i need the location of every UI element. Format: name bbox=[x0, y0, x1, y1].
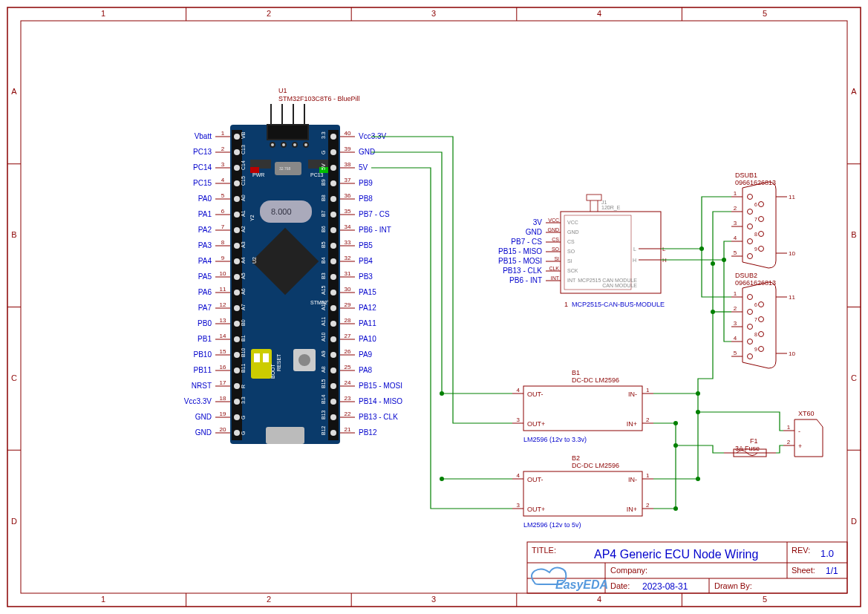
svg-text:3V: 3V bbox=[533, 218, 543, 226]
svg-text:DC-DC LM2596: DC-DC LM2596 bbox=[572, 376, 619, 384]
net-label: PA15 bbox=[359, 288, 376, 296]
svg-text:4: 4 bbox=[221, 177, 225, 183]
svg-point-116 bbox=[330, 196, 336, 202]
svg-point-318 bbox=[748, 354, 753, 359]
svg-text:17: 17 bbox=[220, 379, 226, 386]
svg-text:SCK: SCK bbox=[567, 268, 578, 273]
svg-text:9: 9 bbox=[754, 246, 757, 252]
svg-text:Date:: Date: bbox=[610, 581, 630, 590]
svg-text:GND: GND bbox=[547, 227, 559, 232]
svg-text:2: 2 bbox=[267, 9, 271, 18]
svg-text:3: 3 bbox=[221, 161, 225, 168]
net-label: PB6 - INT bbox=[359, 226, 391, 234]
svg-text:24: 24 bbox=[345, 379, 351, 386]
svg-point-98 bbox=[234, 368, 240, 373]
svg-text:CS: CS bbox=[552, 237, 559, 242]
svg-text:3: 3 bbox=[517, 417, 521, 423]
svg-text:1/1: 1/1 bbox=[826, 566, 838, 576]
svg-point-110 bbox=[330, 149, 336, 155]
net-label: PA2 bbox=[198, 226, 212, 234]
svg-text:B12: B12 bbox=[321, 425, 326, 435]
svg-text:40: 40 bbox=[345, 130, 351, 137]
svg-text:G: G bbox=[241, 416, 246, 419]
svg-text:12: 12 bbox=[220, 301, 226, 308]
svg-point-321 bbox=[759, 317, 764, 322]
svg-point-108 bbox=[330, 134, 336, 140]
svg-text:BOOT: BOOT bbox=[270, 363, 275, 379]
inner-frame bbox=[21, 21, 847, 593]
title-block: TITLE: AP4 Generic ECU Node Wiring REV: … bbox=[527, 542, 847, 593]
net-label: PB11 bbox=[194, 366, 212, 374]
svg-point-82 bbox=[234, 243, 240, 249]
svg-text:IN+: IN+ bbox=[627, 506, 637, 513]
net-label: Vcc3.3V bbox=[184, 397, 212, 405]
svg-text:C14: C14 bbox=[241, 160, 246, 170]
svg-text:8: 8 bbox=[754, 232, 757, 237]
svg-text:IN-: IN- bbox=[628, 476, 637, 483]
svg-text:B10: B10 bbox=[241, 347, 246, 357]
svg-text:19: 19 bbox=[220, 411, 226, 417]
svg-text:B6: B6 bbox=[321, 226, 326, 232]
svg-point-74 bbox=[234, 180, 240, 186]
u1-bluepill: U1 STM32F103C8T6 - BluePill PWR PC13 32.… bbox=[230, 87, 360, 444]
svg-text:11: 11 bbox=[789, 194, 795, 200]
svg-text:A10: A10 bbox=[321, 332, 326, 342]
net-label: PB14 - MISO bbox=[359, 397, 402, 405]
svg-point-294 bbox=[759, 232, 764, 237]
svg-text:DC-DC LM2596: DC-DC LM2596 bbox=[572, 462, 619, 469]
svg-text:16: 16 bbox=[220, 364, 226, 370]
svg-point-292 bbox=[759, 217, 764, 222]
svg-text:35: 35 bbox=[345, 208, 351, 215]
svg-text:4: 4 bbox=[517, 387, 521, 393]
svg-point-126 bbox=[330, 274, 336, 280]
svg-point-86 bbox=[234, 274, 240, 280]
svg-point-296 bbox=[759, 246, 764, 252]
xt60: XT60 1 - 2 + bbox=[783, 410, 823, 457]
svg-point-138 bbox=[330, 368, 336, 373]
svg-text:4: 4 bbox=[734, 335, 737, 342]
svg-point-42 bbox=[293, 143, 297, 147]
svg-text:5: 5 bbox=[763, 595, 767, 604]
svg-text:4: 4 bbox=[734, 235, 737, 241]
svg-text:Sheet:: Sheet: bbox=[792, 566, 815, 575]
svg-text:OUT+: OUT+ bbox=[527, 420, 545, 428]
svg-text:SO: SO bbox=[552, 246, 560, 252]
outer-frame bbox=[7, 7, 861, 607]
svg-text:30: 30 bbox=[345, 286, 351, 293]
svg-text:INT: INT bbox=[567, 278, 576, 283]
svg-text:5: 5 bbox=[734, 249, 737, 256]
svg-point-315 bbox=[748, 339, 753, 344]
fuse-f1: F1 3A Fuse bbox=[724, 437, 776, 457]
svg-text:6: 6 bbox=[221, 208, 225, 215]
net-label: Vbatt bbox=[195, 132, 212, 140]
svg-point-306 bbox=[748, 295, 753, 300]
svg-text:PB13 - CLK: PB13 - CLK bbox=[503, 267, 542, 275]
net-label: PB4 bbox=[359, 257, 373, 265]
svg-point-283 bbox=[748, 224, 753, 229]
net-label: PA6 bbox=[198, 288, 212, 296]
net-label: PB5 bbox=[359, 241, 373, 249]
svg-text:10: 10 bbox=[789, 350, 795, 357]
svg-text:7: 7 bbox=[754, 317, 757, 322]
svg-point-146 bbox=[330, 430, 336, 436]
lm2596-b1: B1 DC-DC LM2596 4 OUT- 3 OUT+ 1 IN- 2 IN… bbox=[512, 369, 653, 443]
svg-text:VB: VB bbox=[241, 131, 246, 139]
svg-point-78 bbox=[234, 212, 240, 218]
svg-point-374 bbox=[440, 391, 444, 396]
svg-point-118 bbox=[330, 212, 336, 218]
svg-point-380 bbox=[673, 506, 678, 511]
svg-text:14: 14 bbox=[220, 333, 226, 339]
svg-point-76 bbox=[234, 196, 240, 202]
svg-text:STM32°: STM32° bbox=[310, 300, 330, 305]
svg-text:27: 27 bbox=[345, 333, 351, 339]
svg-text:8: 8 bbox=[754, 332, 757, 337]
svg-text:CAN MODULE: CAN MODULE bbox=[602, 283, 637, 288]
dsub1: DSUB1 09661626813 1234567891110 bbox=[731, 172, 795, 268]
svg-point-112 bbox=[330, 165, 336, 171]
svg-text:2023-08-31: 2023-08-31 bbox=[642, 581, 688, 592]
svg-point-43 bbox=[304, 143, 308, 147]
svg-text:VCC: VCC bbox=[567, 220, 578, 225]
svg-point-277 bbox=[748, 195, 753, 200]
svg-text:REV:: REV: bbox=[792, 546, 810, 555]
svg-text:22: 22 bbox=[345, 411, 351, 417]
